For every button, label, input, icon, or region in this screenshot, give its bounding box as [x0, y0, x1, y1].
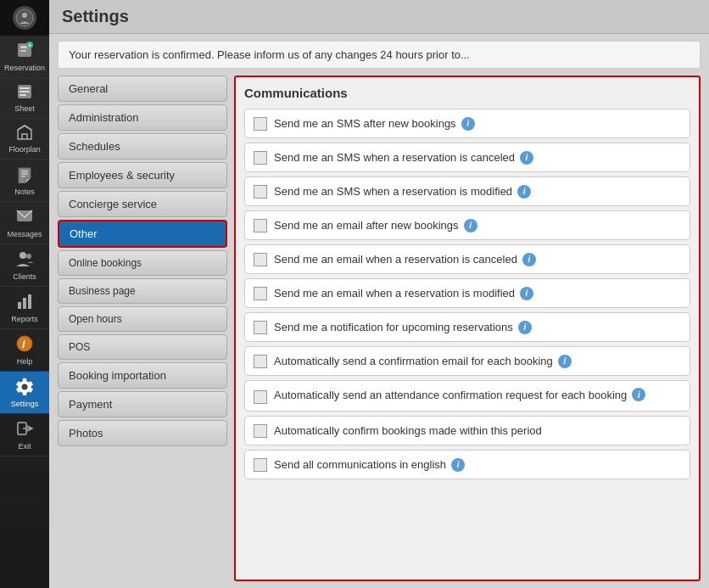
checkbox-attendance-confirmation[interactable] — [254, 390, 267, 404]
notes-icon — [15, 165, 34, 186]
svg-rect-10 — [20, 94, 26, 96]
nav-open-hours[interactable]: Open hours — [58, 306, 227, 332]
nav-employees-security[interactable]: Employees & security — [58, 162, 227, 188]
header: Settings — [49, 0, 709, 34]
app-logo — [0, 0, 49, 36]
sheet-icon — [16, 83, 33, 103]
nav-online-bookings[interactable]: Online bookings — [58, 250, 227, 276]
exit-icon — [15, 419, 34, 440]
reservation-icon: + — [15, 41, 34, 62]
reports-icon — [15, 292, 34, 313]
nav-photos[interactable]: Photos — [58, 420, 227, 446]
banner: Your reservation is confirmed. Please in… — [58, 41, 701, 69]
sidebar-item-notes[interactable]: Notes — [0, 160, 49, 202]
comm-label-notification-upcoming: Send me a notification for upcoming rese… — [274, 321, 513, 333]
sidebar-item-exit[interactable]: Exit — [0, 414, 49, 456]
page-title: Settings — [62, 7, 129, 26]
sidebar-item-reports-label: Reports — [11, 315, 38, 323]
comm-text-wrap-sms-canceled: Send me an SMS when a reservation is can… — [274, 151, 533, 165]
info-icon-email-new[interactable]: i — [464, 219, 477, 232]
comm-item-confirm-period: Automatically confirm bookings made with… — [244, 416, 690, 445]
comm-item-attendance-confirmation: Automatically send an attendance confirm… — [244, 380, 690, 412]
clients-icon — [15, 249, 34, 271]
sidebar-item-sheet-label: Sheet — [14, 104, 35, 113]
comm-text-wrap-confirmation-email: Automatically send a confirmation email … — [274, 355, 572, 368]
svg-rect-18 — [23, 298, 26, 309]
svg-point-16 — [26, 254, 31, 259]
comm-item-email-modified: Send me an email when a reservation is m… — [244, 278, 690, 308]
svg-point-22 — [22, 384, 28, 390]
comm-item-confirmation-email: Automatically send a confirmation email … — [244, 346, 690, 376]
sidebar-item-help-label: Help — [17, 357, 33, 366]
comm-label-english-comms: Send all communications in english — [274, 458, 446, 471]
sidebar-item-notes-label: Notes — [14, 188, 35, 196]
info-icon-attendance-confirmation[interactable]: i — [632, 388, 645, 401]
logo-icon — [13, 6, 36, 30]
checkbox-english-comms[interactable] — [254, 458, 267, 472]
sidebar-item-settings[interactable]: Settings — [0, 372, 49, 414]
nav-general[interactable]: General — [58, 76, 227, 102]
svg-rect-9 — [20, 91, 30, 92]
checkbox-email-modified[interactable] — [254, 287, 267, 300]
info-icon-email-canceled[interactable]: i — [522, 253, 536, 266]
svg-rect-8 — [20, 87, 30, 89]
main-content: Settings Your reservation is confirmed. … — [49, 0, 709, 588]
svg-rect-17 — [18, 302, 21, 309]
sidebar-item-sheet[interactable]: Sheet — [0, 78, 49, 119]
sidebar-item-floorplan[interactable]: Floorplan — [0, 119, 49, 160]
info-icon-notification-upcoming[interactable]: i — [518, 321, 532, 334]
nav-other[interactable]: Other — [58, 220, 227, 248]
comm-item-email-canceled: Send me an email when a reservation is c… — [244, 244, 690, 274]
info-icon-english-comms[interactable]: i — [451, 458, 465, 472]
checkbox-sms-modified[interactable] — [254, 185, 267, 199]
comm-item-notification-upcoming: Send me a notification for upcoming rese… — [244, 312, 690, 342]
svg-rect-19 — [28, 294, 31, 309]
nav-schedules[interactable]: Schedules — [58, 133, 227, 160]
comm-text-wrap-sms-new: Send me an SMS after new bookings i — [274, 117, 475, 131]
sidebar-item-help[interactable]: i Help — [0, 329, 49, 372]
sidebar-item-reports[interactable]: Reports — [0, 287, 49, 329]
checkbox-confirm-period[interactable] — [254, 424, 267, 438]
comm-item-english-comms: Send all communications in english i — [244, 450, 690, 479]
sidebar-item-clients-label: Clients — [13, 272, 36, 281]
comm-text-wrap-sms-modified: Send me an SMS when a reservation is mod… — [274, 185, 531, 199]
floorplan-icon — [16, 124, 33, 143]
checkbox-email-new[interactable] — [254, 219, 267, 232]
comm-label-confirmation-email: Automatically send a confirmation email … — [274, 355, 553, 367]
comm-text-wrap-attendance-confirmation: Automatically send an attendance confirm… — [274, 388, 645, 401]
svg-text:i: i — [22, 338, 25, 350]
nav-business-page[interactable]: Business page — [58, 278, 227, 304]
sidebar-item-reservation[interactable]: + Reservation — [0, 36, 49, 78]
info-icon-sms-canceled[interactable]: i — [520, 151, 533, 165]
comm-label-email-modified: Send me an email when a reservation is m… — [274, 287, 515, 300]
sidebar-item-reservation-label: Reservation — [4, 64, 45, 72]
nav-administration[interactable]: Administration — [58, 104, 227, 131]
banner-text: Your reservation is confirmed. Please in… — [69, 48, 470, 61]
nav-concierge-service[interactable]: Concierge service — [58, 191, 227, 217]
sidebar-item-exit-label: Exit — [18, 442, 31, 451]
info-icon-confirmation-email[interactable]: i — [558, 355, 572, 368]
checkbox-sms-new[interactable] — [254, 117, 267, 131]
checkbox-email-canceled[interactable] — [254, 253, 267, 266]
settings-icon — [15, 377, 34, 398]
checkbox-notification-upcoming[interactable] — [254, 321, 267, 334]
nav-payment[interactable]: Payment — [58, 391, 227, 417]
sidebar-item-messages[interactable]: Messages — [0, 202, 49, 244]
info-icon-sms-new[interactable]: i — [461, 117, 475, 131]
nav-pos[interactable]: POS — [58, 334, 227, 360]
comm-label-attendance-confirmation: Automatically send an attendance confirm… — [274, 389, 627, 401]
help-icon: i — [15, 334, 34, 356]
communications-title: Communications — [244, 86, 690, 100]
sidebar-item-clients[interactable]: Clients — [0, 244, 49, 287]
svg-rect-4 — [20, 50, 26, 52]
checkbox-confirmation-email[interactable] — [254, 355, 267, 368]
checkbox-sms-canceled[interactable] — [254, 151, 267, 165]
comm-text-wrap-email-new: Send me an email after new bookings i — [274, 219, 477, 232]
comm-label-email-canceled: Send me an email when a reservation is c… — [274, 253, 517, 266]
nav-booking-importation[interactable]: Booking importation — [58, 362, 227, 389]
comm-item-sms-modified: Send me an SMS when a reservation is mod… — [244, 176, 690, 206]
comm-text-wrap-email-canceled: Send me an email when a reservation is c… — [274, 253, 536, 266]
info-icon-sms-modified[interactable]: i — [517, 185, 531, 199]
info-icon-email-modified[interactable]: i — [520, 287, 533, 300]
content-area: General Administration Schedules Employe… — [49, 69, 709, 588]
